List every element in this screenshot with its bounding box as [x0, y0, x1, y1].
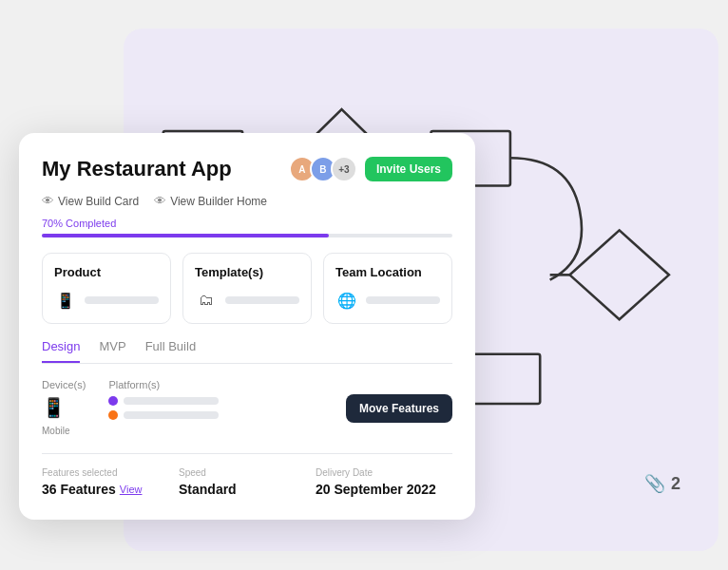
progress-bar-bg — [42, 234, 452, 238]
templates-icon: 🗂 — [195, 289, 218, 312]
features-view-link[interactable]: View — [120, 484, 143, 495]
tab-design[interactable]: Design — [42, 339, 80, 363]
templates-content: 🗂 — [195, 289, 299, 312]
main-card: My Restaurant App A B +3 Invite Users 👁 … — [19, 133, 475, 520]
paperclip-icon: 📎 — [644, 473, 665, 494]
product-title: Product — [54, 265, 159, 279]
device-section: Device(s) 📱 Mobile — [42, 379, 86, 438]
platform-dot-2 — [108, 410, 118, 420]
product-content: 📱 — [54, 289, 159, 312]
platform-section: Platform(s) — [108, 379, 219, 420]
avatars: A B +3 — [289, 156, 357, 182]
delivery-value: 20 September 2022 — [316, 482, 452, 497]
features-value: 36 Features View — [42, 482, 179, 497]
tab-mvp[interactable]: MVP — [99, 339, 125, 363]
view-builder-home-label: View Builder Home — [170, 195, 267, 208]
templates-title: Template(s) — [195, 265, 299, 279]
view-build-card-link[interactable]: 👁 View Build Card — [42, 194, 139, 208]
delivery-label: Delivery Date — [316, 467, 452, 478]
info-card-templates: Template(s) 🗂 — [182, 253, 312, 324]
progress-label: 70% Completed — [42, 218, 452, 229]
svg-marker-6 — [570, 230, 669, 319]
eye-icon-2: 👁 — [154, 194, 166, 208]
stats-row: Features selected 36 Features View Speed… — [42, 453, 452, 497]
device-platform-row: Device(s) 📱 Mobile Platform(s) Move Feat… — [42, 379, 452, 438]
platform-bar-1 — [124, 397, 219, 405]
features-label: Features selected — [42, 467, 179, 478]
stat-features: Features selected 36 Features View — [42, 467, 179, 497]
view-build-card-label: View Build Card — [58, 195, 139, 208]
product-bar — [85, 296, 159, 304]
team-location-bar — [366, 296, 440, 304]
tabs-row: Design MVP Full Build — [42, 339, 452, 364]
speed-value: Standard — [179, 482, 316, 497]
header-right: A B +3 Invite Users — [289, 156, 452, 182]
app-title: My Restaurant App — [42, 157, 232, 181]
attachment-count: 2 — [671, 474, 680, 494]
speed-label: Speed — [179, 467, 316, 478]
avatar-count: +3 — [331, 156, 357, 182]
mobile-icon: 📱 — [42, 396, 86, 419]
invite-users-button[interactable]: Invite Users — [365, 157, 452, 181]
card-header: My Restaurant App A B +3 Invite Users — [42, 156, 452, 182]
team-location-title: Team Location — [335, 265, 440, 279]
info-card-team-location: Team Location 🌐 — [323, 253, 452, 324]
stat-delivery: Delivery Date 20 September 2022 — [316, 467, 452, 497]
links-row: 👁 View Build Card 👁 View Builder Home — [42, 194, 452, 208]
platform-bar-row-1 — [108, 396, 219, 406]
progress-bar-fill — [42, 234, 329, 238]
device-name: Mobile — [42, 426, 69, 436]
eye-icon-1: 👁 — [42, 194, 54, 208]
platforms-label: Platform(s) — [108, 379, 219, 390]
view-builder-home-link[interactable]: 👁 View Builder Home — [154, 194, 267, 208]
platform-bar-2 — [124, 411, 219, 419]
info-cards: Product 📱 Template(s) 🗂 Team Location 🌐 — [42, 253, 452, 324]
info-card-product: Product 📱 — [42, 253, 171, 324]
svg-rect-9 — [470, 354, 540, 404]
product-icon: 📱 — [54, 289, 77, 312]
platform-bars — [108, 396, 219, 420]
move-features-button[interactable]: Move Features — [346, 394, 452, 423]
platform-dot-1 — [108, 396, 118, 406]
progress-section: 70% Completed — [42, 218, 452, 238]
tab-full-build[interactable]: Full Build — [145, 339, 196, 363]
team-location-icon: 🌐 — [335, 289, 358, 312]
platform-bar-row-2 — [108, 410, 219, 420]
team-location-content: 🌐 — [335, 289, 440, 312]
templates-bar — [225, 296, 299, 304]
attachment-badge: 📎 2 — [644, 473, 680, 494]
devices-label: Device(s) — [42, 379, 86, 390]
stat-speed: Speed Standard — [179, 467, 316, 497]
